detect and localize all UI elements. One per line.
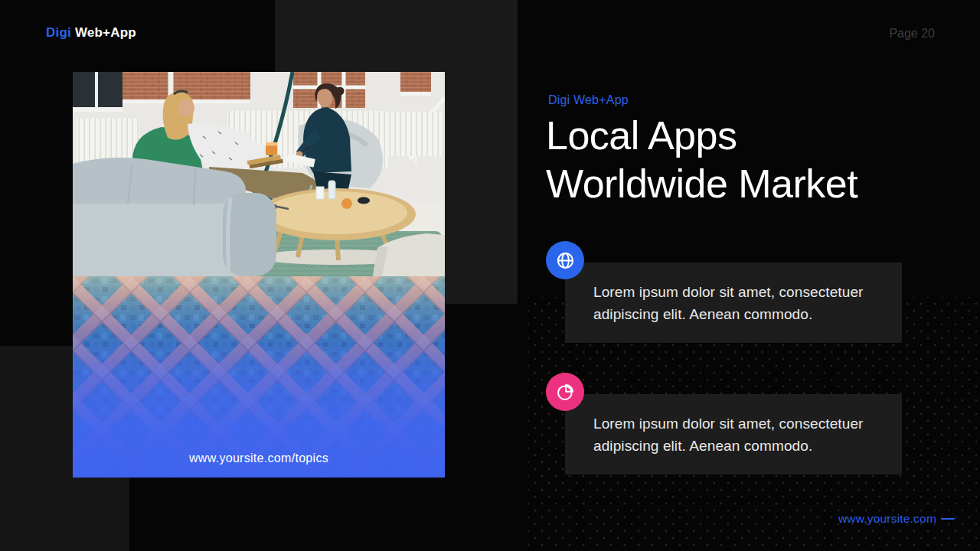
feature-text-box: Lorem ipsum dolor sit amet, consectetuer… — [565, 262, 902, 343]
pie-chart-icon — [555, 382, 576, 403]
feature-badge-globe — [546, 241, 584, 279]
brand-prefix: Digi — [46, 25, 71, 40]
slide-photo: www.yoursite.com/topics — [73, 72, 445, 478]
footer-dash-decor — [941, 518, 955, 520]
office-meeting-illustration — [73, 72, 445, 276]
footer: www.yoursite.com — [838, 512, 955, 526]
feature-badge-pie — [546, 373, 584, 411]
feature-text: Lorem ipsum dolor sit amet, consectetuer… — [593, 284, 864, 322]
feature-text-box: Lorem ipsum dolor sit amet, consectetuer… — [565, 394, 902, 474]
brand-logo: DigiWeb+App — [46, 25, 136, 41]
kicker-label: Digi Web+App — [548, 93, 629, 107]
globe-icon — [555, 250, 576, 271]
photo-caption-link[interactable]: www.yoursite.com/topics — [73, 452, 445, 465]
footer-site-link[interactable]: www.yoursite.com — [838, 512, 936, 526]
lattice-architecture-illustration — [73, 276, 445, 478]
slide-title: Local Apps Worldwide Market — [546, 112, 913, 208]
feature-text: Lorem ipsum dolor sit amet, consectetuer… — [593, 416, 864, 454]
page-number: Page 20 — [889, 27, 935, 41]
brand-suffix: Web+App — [75, 25, 136, 40]
